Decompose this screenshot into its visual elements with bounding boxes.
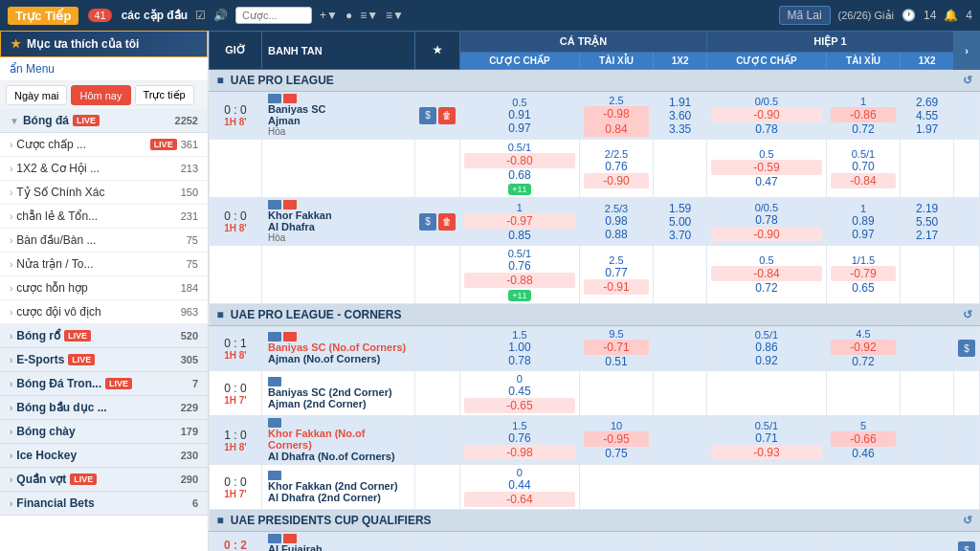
taixiu-cell[interactable]: 2.5/3 0.98 0.88 (579, 198, 653, 246)
info-btn[interactable]: ● (345, 9, 352, 22)
sidebar-item-ty-so[interactable]: › Tỷ Số Chính Xác 150 (0, 181, 208, 205)
expand-icon: ▼ (10, 116, 19, 126)
action-col (415, 326, 460, 371)
speaker-icon[interactable]: 🔊 (213, 9, 228, 22)
check-icon[interactable]: ☑ (195, 9, 206, 22)
league-expand[interactable]: ↺ (963, 308, 972, 321)
action-col (415, 416, 460, 465)
taixiu2-cell[interactable]: 2.5 0.77 -0.91 (579, 246, 653, 304)
sidebar-item-vo-dich[interactable]: › cược đội vô địch 963 (0, 300, 208, 324)
h1-taixiu-cell[interactable]: 5 -0.66 0.46 (826, 416, 900, 465)
1x2-cell[interactable]: 1.91 3.60 3.35 (654, 92, 707, 140)
team2-name[interactable]: Al Dhafra (268, 221, 411, 232)
handicap-cell[interactable]: 1 -0.97 0.85 (460, 198, 580, 246)
sidebar-item-esports[interactable]: › E-Sports LIVE 305 (0, 348, 208, 372)
sidebar-item-nua-tran[interactable]: › Nửa trận / To... 75 (0, 253, 208, 276)
hide-menu-item[interactable]: ẩn Menu (0, 57, 208, 81)
sidebar-item-chan-le[interactable]: › chẵn lẻ & Tổn... 231 (0, 205, 208, 229)
sidebar-item-hon-hop[interactable]: › cược hỗn hợp 184 (0, 276, 208, 300)
taixiu-cell[interactable]: 2.5 -0.98 0.84 (579, 92, 653, 140)
team2-name[interactable]: Ajman (268, 115, 411, 126)
empty-time (210, 140, 262, 198)
taixiu-cell[interactable]: 10 -0.95 0.75 (579, 416, 653, 465)
trash-btn[interactable]: 🗑 (438, 213, 456, 231)
nav-ngay-mai[interactable]: Ngày mai (6, 85, 67, 105)
team2-name[interactable]: Al Dhafra (No.of Corners) (268, 451, 411, 462)
team1-name[interactable]: Khor Fakkan (268, 209, 411, 221)
taixiu-cell[interactable]: 9.5 -0.71 0.51 (579, 326, 653, 371)
h1-handicap-cell[interactable]: 0.5/1 0.86 0.92 (706, 326, 826, 371)
team1-name[interactable]: Al Fujairah (268, 543, 411, 551)
1x2-cell (654, 532, 707, 552)
h1-handicap-cell[interactable]: 0/0.5 0.78 -0.90 (706, 198, 826, 246)
team2-name[interactable]: Al Dhafra (2nd Corner) (268, 492, 411, 503)
filter-toggle-btn[interactable]: ≡▼ (360, 9, 378, 22)
sidebar-item-ice-hockey[interactable]: › Ice Hockey 230 (0, 444, 208, 468)
h1-taixiu-cell[interactable]: 4.5 -0.92 0.72 (826, 326, 900, 371)
plus-btn[interactable]: +▼ (320, 9, 338, 22)
h1-1x2-cell[interactable]: 2.19 5.50 2.17 (901, 198, 954, 246)
handicap-cell[interactable]: 0 0.44 -0.64 (460, 465, 580, 510)
top-bar-right: Mã Lai (26/26) Giải 🕐 14 🔔 4 (779, 6, 972, 25)
sidebar-item-bong-da[interactable]: ▼ Bóng đá LIVE 2252 (0, 109, 208, 133)
h1-handicap2-cell[interactable]: 0.5 -0.84 0.72 (706, 246, 826, 304)
dollar-btn[interactable]: $ (419, 213, 436, 231)
sidebar-item-bong-chay[interactable]: › Bóng chày 179 (0, 420, 208, 444)
cuoc-input[interactable] (235, 7, 312, 24)
h1-1x2-cell[interactable]: 2.69 4.55 1.97 (901, 92, 954, 140)
h1-taixiu-cell[interactable]: 1 0.89 0.97 (826, 198, 900, 246)
1x2-cell[interactable]: 1.59 5.00 3.70 (654, 198, 707, 246)
h1-handicap-cell[interactable]: 0.5/1 0.71 -0.93 (706, 416, 826, 465)
team1-name[interactable]: Baniyas SC (No.of Corners) (268, 342, 411, 353)
team1-name[interactable]: Khor Fakkan (No.of Corners) (268, 428, 411, 451)
list-btn[interactable]: ≡▼ (386, 9, 404, 22)
handicap-cell[interactable]: 0.5 0.91 0.97 (460, 92, 580, 140)
sidebar-item-cuoc-chap[interactable]: › Cược chấp ... LIVE 361 (0, 133, 208, 157)
dollar-btn[interactable]: $ (958, 340, 975, 357)
header-scroll[interactable]: › (954, 32, 980, 70)
h1-taixiu-cell[interactable]: 1 -0.86 0.72 (826, 92, 900, 140)
sidebar-item-bong-ro[interactable]: › Bóng rổ LIVE 520 (0, 324, 208, 348)
ma-lai-btn[interactable]: Mã Lai (779, 6, 831, 25)
league-expand[interactable]: ↺ (963, 514, 972, 527)
h1-handicap2-cell[interactable]: 0.5 -0.59 0.47 (706, 140, 826, 198)
sidebar-item-ban-dau[interactable]: › Bàn đầu/Bàn ... 75 (0, 229, 208, 253)
h1-handicap-cell[interactable]: 0/0.5 -0.90 0.78 (706, 92, 826, 140)
section-label: E-Sports (16, 353, 64, 366)
sidebar-item-financial[interactable]: › Financial Bets 6 (0, 492, 208, 516)
header-ca-tran: CÁ TRẬN (460, 32, 707, 53)
taixiu2-cell[interactable]: 2/2.5 0.76 -0.90 (579, 140, 653, 198)
h1-tai: -0.86 (831, 107, 896, 122)
item-count: 150 (181, 187, 198, 198)
handicap-cell[interactable]: 1.5 0.76 -0.98 (460, 416, 580, 465)
sidebar-item-quan-vot[interactable]: › Quần vợt LIVE 290 (0, 468, 208, 492)
nav-hom-nay[interactable]: Hôm nay (71, 85, 130, 105)
team1-name[interactable]: Khor Fakkan (2nd Corner) (268, 480, 411, 492)
bell-count: 4 (966, 9, 972, 22)
team2-name[interactable]: Ajman (2nd Corner) (268, 398, 411, 409)
trash-btn[interactable]: 🗑 (438, 107, 456, 124)
team2-name[interactable]: Ajman (No.of Corners) (268, 353, 411, 364)
team1-name[interactable]: Baniyas SC (2nd Corner) (268, 386, 411, 398)
1x2-x: 3.60 (657, 109, 702, 122)
handicap-cell[interactable]: 0 0.45 -0.65 (460, 371, 580, 416)
sidebar-item-1x2[interactable]: › 1X2 & Cơ Hội ... 213 (0, 157, 208, 181)
match-teams: Al Fujairah Al Arabi (UAE) (262, 532, 415, 552)
stat-icon (283, 332, 297, 342)
h1-taixiu2-cell[interactable]: 1/1.5 -0.79 0.65 (826, 246, 900, 304)
dollar-btn[interactable]: $ (958, 541, 975, 551)
action-right[interactable]: $ (954, 326, 980, 371)
action-right[interactable]: $ (954, 532, 980, 552)
sidebar-item-bong-bau-duc[interactable]: › Bóng bầu dục ... 229 (0, 396, 208, 420)
tv-icon (268, 418, 281, 428)
team1-name[interactable]: Baniyas SC (268, 103, 411, 115)
dollar-btn[interactable]: $ (419, 107, 436, 124)
nav-truc-tiep[interactable]: Trực tiếp (135, 85, 194, 105)
handicap2-cell[interactable]: 0.5/1 0.76 -0.88 +11 (460, 246, 580, 304)
sub-h1-tai-xiu: TÀI XỈU (826, 53, 900, 70)
league-expand[interactable]: ↺ (963, 74, 972, 87)
h1-taixiu2-cell[interactable]: 0.5/1 0.70 -0.84 (826, 140, 900, 198)
sidebar-item-bong-da-tron[interactable]: › Bóng Đá Tron... LIVE 7 (0, 372, 208, 396)
handicap-cell[interactable]: 1.5 1.00 0.78 (460, 326, 580, 371)
handicap2-cell[interactable]: 0.5/1 -0.80 0.68 +11 (460, 140, 580, 198)
